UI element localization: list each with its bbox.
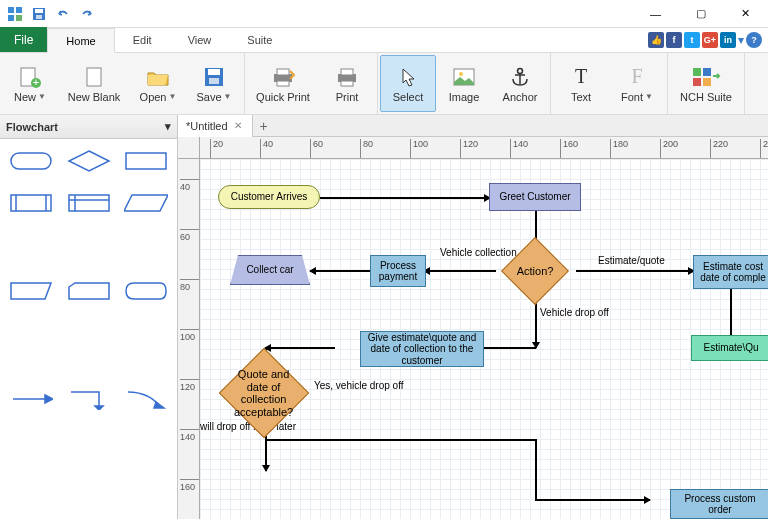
new-button[interactable]: +New▼ xyxy=(2,55,58,112)
svg-rect-6 xyxy=(36,15,42,19)
thumb-icon[interactable]: 👍 xyxy=(648,32,664,48)
svg-point-22 xyxy=(518,68,523,73)
suite-icon xyxy=(691,65,721,89)
shape-panel-title: Flowchart xyxy=(6,121,58,133)
node-collect-car[interactable]: Collect car xyxy=(230,255,310,285)
select-button[interactable]: Select xyxy=(380,55,436,112)
menu-tabs: File Home Edit View Suite 👍 f t G+ in ▾ … xyxy=(0,28,768,53)
node-customer-arrives[interactable]: Customer Arrives xyxy=(218,185,320,209)
svg-marker-30 xyxy=(69,151,109,171)
tab-suite[interactable]: Suite xyxy=(229,27,290,52)
node-give-estimate[interactable]: Give estimate\quote and date of collecti… xyxy=(360,331,484,367)
image-button[interactable]: Image xyxy=(436,55,492,112)
svg-rect-2 xyxy=(8,15,14,21)
shape-elbow[interactable] xyxy=(64,385,114,413)
ribbon: +New▼ New Blank Open▼ Save▼ Quick Print … xyxy=(0,53,768,115)
shape-display[interactable] xyxy=(121,277,171,305)
twitter-icon[interactable]: t xyxy=(684,32,700,48)
edge[interactable] xyxy=(265,439,535,441)
node-process-payment[interactable]: Process payment xyxy=(370,255,426,287)
tab-edit[interactable]: Edit xyxy=(115,27,170,52)
window-controls: — ▢ ✕ xyxy=(633,0,768,28)
tab-home[interactable]: Home xyxy=(47,28,114,53)
gplus-icon[interactable]: G+ xyxy=(702,32,718,48)
qat-undo-icon[interactable] xyxy=(52,3,74,25)
chevron-down-icon[interactable]: ▾ xyxy=(738,33,744,47)
shape-internal[interactable] xyxy=(64,189,114,217)
close-button[interactable]: ✕ xyxy=(723,0,768,28)
svg-rect-29 xyxy=(11,153,51,169)
edge[interactable] xyxy=(535,499,650,501)
qat-app-icon[interactable] xyxy=(4,3,26,25)
qat-redo-icon[interactable] xyxy=(76,3,98,25)
shape-predefined[interactable] xyxy=(6,189,56,217)
minimize-button[interactable]: — xyxy=(633,0,678,28)
font-icon: F xyxy=(622,65,652,89)
document-tabs: *Untitled ✕ + xyxy=(178,115,768,137)
quick-print-button[interactable]: Quick Print xyxy=(247,55,319,112)
new-blank-button[interactable]: New Blank xyxy=(58,55,130,112)
anchor-button[interactable]: Anchor xyxy=(492,55,548,112)
edge[interactable] xyxy=(535,439,537,499)
svg-rect-5 xyxy=(35,9,43,13)
collapse-icon[interactable]: ▾ xyxy=(165,120,171,133)
edge[interactable] xyxy=(576,270,694,272)
svg-marker-42 xyxy=(45,395,53,403)
svg-rect-28 xyxy=(703,78,711,86)
svg-rect-3 xyxy=(16,15,22,21)
edge-label: Estimate/quote xyxy=(598,255,665,266)
svg-rect-19 xyxy=(341,81,353,86)
nch-suite-button[interactable]: NCH Suite xyxy=(670,55,742,112)
svg-rect-18 xyxy=(341,69,353,75)
shape-card[interactable] xyxy=(64,277,114,305)
svg-marker-40 xyxy=(69,283,109,299)
close-tab-icon[interactable]: ✕ xyxy=(232,120,244,131)
node-process-order[interactable]: Process custom order xyxy=(670,489,768,519)
svg-rect-10 xyxy=(87,68,101,86)
ruler-horizontal[interactable]: 20 40 60 80 100 120 140 160 180 200 220 … xyxy=(200,137,768,159)
edge[interactable] xyxy=(265,347,335,349)
facebook-icon[interactable]: f xyxy=(666,32,682,48)
add-tab-button[interactable]: + xyxy=(253,115,275,137)
edge[interactable] xyxy=(320,197,490,199)
file-tab[interactable]: File xyxy=(0,27,47,52)
canvas[interactable]: Vehicle collection Estimate/quote Vehicl… xyxy=(200,159,768,519)
shape-panel-header[interactable]: Flowchart ▾ xyxy=(0,115,177,139)
shape-decision[interactable] xyxy=(64,147,114,175)
linkedin-icon[interactable]: in xyxy=(720,32,736,48)
node-estimate-cost[interactable]: Estimate cost date of comple xyxy=(693,255,768,289)
svg-rect-27 xyxy=(693,78,701,86)
svg-rect-12 xyxy=(208,69,220,75)
shape-arrow[interactable] xyxy=(6,385,56,413)
ruler-vertical[interactable]: 40 60 80 100 120 140 160 180 xyxy=(178,159,200,519)
svg-rect-15 xyxy=(277,69,289,75)
text-button[interactable]: TText xyxy=(553,55,609,112)
qat-save-icon[interactable] xyxy=(28,3,50,25)
titlebar: — ▢ ✕ xyxy=(0,0,768,28)
print-button[interactable]: Print xyxy=(319,55,375,112)
node-greet-customer[interactable]: Greet Customer xyxy=(489,183,581,211)
shape-curve[interactable] xyxy=(121,385,171,413)
save-disk-icon xyxy=(199,65,229,89)
new-blank-icon xyxy=(79,65,109,89)
font-button[interactable]: FFont▼ xyxy=(609,55,665,112)
save-button[interactable]: Save▼ xyxy=(186,55,242,112)
shape-data[interactable] xyxy=(121,189,171,217)
svg-text:+: + xyxy=(33,76,39,88)
help-icon[interactable]: ? xyxy=(746,32,762,48)
shape-process[interactable] xyxy=(121,147,171,175)
shape-manual-op[interactable] xyxy=(6,277,56,305)
open-button[interactable]: Open▼ xyxy=(130,55,186,112)
edge[interactable] xyxy=(310,270,370,272)
svg-marker-43 xyxy=(95,406,103,410)
document-tab-label: *Untitled xyxy=(186,120,228,132)
tab-view[interactable]: View xyxy=(170,27,230,52)
node-estimate-q[interactable]: Estimate\Qu xyxy=(691,335,768,361)
edge[interactable] xyxy=(535,322,537,348)
edge-label: Vehicle collection xyxy=(440,247,517,258)
document-tab[interactable]: *Untitled ✕ xyxy=(178,115,253,137)
shape-terminator[interactable] xyxy=(6,147,56,175)
svg-rect-1 xyxy=(16,7,22,13)
maximize-button[interactable]: ▢ xyxy=(678,0,723,28)
edge[interactable] xyxy=(424,270,496,272)
